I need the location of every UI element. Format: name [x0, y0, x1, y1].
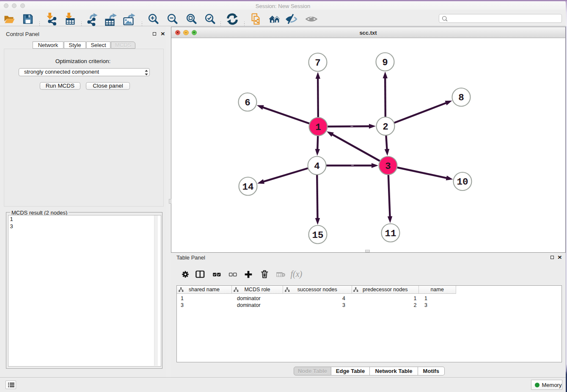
svg-text:10: 10	[457, 177, 468, 188]
svg-text:6: 6	[245, 97, 250, 108]
svg-text:8: 8	[458, 92, 464, 103]
svg-text:9: 9	[382, 57, 388, 68]
svg-text:2: 2	[383, 121, 388, 133]
svg-text:3: 3	[385, 161, 391, 172]
svg-text:14: 14	[242, 182, 253, 193]
svg-text:7: 7	[315, 58, 321, 69]
svg-text:1: 1	[315, 122, 321, 133]
svg-text:15: 15	[312, 230, 323, 241]
svg-text:11: 11	[385, 228, 396, 239]
svg-text:4: 4	[314, 161, 320, 172]
